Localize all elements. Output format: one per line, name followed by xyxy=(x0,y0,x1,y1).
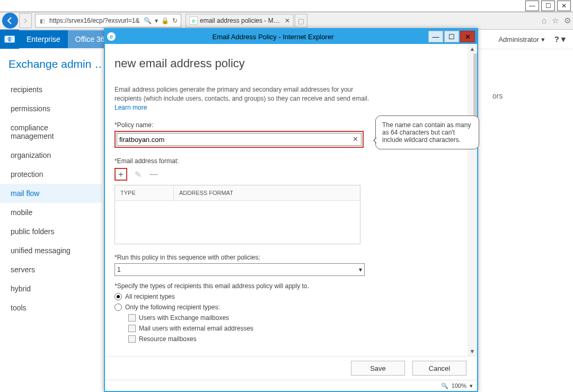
radio-icon xyxy=(114,293,122,300)
site-favicon: ◧ xyxy=(38,16,46,25)
browser-tab[interactable]: e email address policies - Mic... ✕ xyxy=(186,14,294,28)
back-button[interactable] xyxy=(2,13,18,29)
radio-all-recipients[interactable]: All recipient types xyxy=(114,293,459,300)
modal-close-button[interactable]: ✕ xyxy=(460,31,475,42)
grid-col-format: ADDRESS FORMAT xyxy=(174,185,360,200)
address-format-grid[interactable]: TYPE ADDRESS FORMAT xyxy=(114,185,360,244)
zoom-icon[interactable]: 🔍 xyxy=(441,382,448,389)
modal-scrollbar[interactable]: ▲ ▼ xyxy=(468,44,477,356)
sidebar-item-unified[interactable]: unified messaging xyxy=(0,241,102,260)
lock-icon: 🔒 xyxy=(161,17,169,24)
checkbox-icon xyxy=(128,325,136,332)
tab-favicon: e xyxy=(189,16,198,25)
browser-toolbar: ◧ https://srvex16/ecp/?exsvurl=1& 🔍 ▾ 🔒 … xyxy=(0,12,573,30)
email-format-label: *Email address format: xyxy=(114,157,459,165)
modal-heading: new email address policy xyxy=(114,57,459,70)
tools-icon[interactable]: ⚙ xyxy=(564,16,571,25)
eac-logo-icon[interactable]: 📧 xyxy=(0,30,19,49)
sidebar-item-recipients[interactable]: recipients xyxy=(0,80,102,99)
checkbox-icon xyxy=(128,335,136,343)
favorites-icon[interactable]: ☆ xyxy=(552,16,559,25)
modal-footer: Save Cancel xyxy=(105,356,477,380)
page-title: Exchange admin … xyxy=(0,58,102,80)
tab-enterprise[interactable]: Enterprise xyxy=(19,30,68,48)
zoom-chevron-icon[interactable]: ▾ xyxy=(470,382,473,389)
edit-icon[interactable]: ✎ xyxy=(133,169,143,180)
sidebar-item-organization[interactable]: organization xyxy=(0,146,102,165)
sidebar: Exchange admin … recipients permissions … xyxy=(0,49,102,392)
sidebar-item-compliance[interactable]: compliance management xyxy=(0,118,102,146)
radio-only-following[interactable]: Only the following recipient types: xyxy=(114,304,459,311)
outer-close-button[interactable]: ✕ xyxy=(557,1,571,11)
sidebar-item-tools[interactable]: tools xyxy=(0,298,102,317)
radio-icon xyxy=(114,304,122,311)
modal-title-text: Email Address Policy - Internet Explorer xyxy=(119,33,427,41)
sequence-label: *Run this policy in this sequence with o… xyxy=(114,254,459,261)
sidebar-item-publicfolders[interactable]: public folders xyxy=(0,222,102,241)
add-icon[interactable]: ＋ xyxy=(114,168,127,181)
outer-window-titlebar: — ☐ ✕ xyxy=(0,0,573,12)
ie-icon: e xyxy=(107,32,116,41)
policy-name-field-wrapper: ✕ xyxy=(114,131,364,148)
remove-icon[interactable]: — xyxy=(148,169,159,180)
outer-minimize-button[interactable]: — xyxy=(525,1,539,11)
sidebar-item-hybrid[interactable]: hybrid xyxy=(0,279,102,298)
tab-close-icon[interactable]: ✕ xyxy=(285,17,290,24)
policy-name-tooltip: The name can contain as many as 64 chara… xyxy=(375,115,479,149)
modal-maximize-button[interactable]: ☐ xyxy=(444,31,459,42)
modal-minimize-button[interactable]: — xyxy=(428,31,443,42)
url-text[interactable]: https://srvex16/ecp/?exsvurl=1& xyxy=(48,17,140,24)
save-button[interactable]: Save xyxy=(351,361,405,376)
address-bar[interactable]: ◧ https://srvex16/ecp/?exsvurl=1& 🔍 ▾ 🔒 … xyxy=(35,14,181,28)
zoom-level[interactable]: 100% xyxy=(452,382,466,389)
sidebar-item-permissions[interactable]: permissions xyxy=(0,99,102,118)
home-icon[interactable]: ⌂ xyxy=(542,16,546,25)
learn-more-link[interactable]: Learn more xyxy=(114,104,147,111)
sidebar-item-protection[interactable]: protection xyxy=(0,165,102,184)
sidebar-item-servers[interactable]: servers xyxy=(0,260,102,279)
sequence-value: 1 xyxy=(117,266,121,273)
modal-form: new email address policy Email address p… xyxy=(105,44,474,343)
search-icon[interactable]: 🔍 xyxy=(144,17,152,24)
modal-status-bar: 🔍 100% ▾ xyxy=(105,380,477,391)
check-users-exchange[interactable]: Users with Exchange mailboxes xyxy=(128,314,459,322)
forward-button[interactable] xyxy=(19,13,32,28)
scroll-up-icon[interactable]: ▲ xyxy=(468,44,477,54)
outer-maximize-button[interactable]: ☐ xyxy=(541,1,555,11)
check-resource-mailboxes[interactable]: Resource mailboxes xyxy=(128,335,459,343)
new-tab-button[interactable]: ▢ xyxy=(295,14,307,28)
policy-name-input[interactable] xyxy=(117,133,362,146)
scroll-down-icon[interactable]: ▼ xyxy=(468,346,477,356)
modal-dialog: e Email Address Policy - Internet Explor… xyxy=(104,28,478,392)
modal-description: Email address policies generate the prim… xyxy=(114,85,459,112)
chevron-down-icon: ▾ xyxy=(359,266,362,273)
sidebar-item-mailflow[interactable]: mail flow xyxy=(0,184,102,203)
clear-input-icon[interactable]: ✕ xyxy=(352,135,358,143)
help-menu[interactable]: ? ▾ xyxy=(554,34,566,44)
sequence-select[interactable]: 1 ▾ xyxy=(114,263,365,276)
checkbox-icon xyxy=(128,314,136,322)
modal-titlebar: e Email Address Policy - Internet Explor… xyxy=(105,29,477,44)
check-mail-users-external[interactable]: Mail users with external email addresses xyxy=(128,325,459,332)
tab-title: email address policies - Mic... xyxy=(200,17,280,24)
cancel-button[interactable]: Cancel xyxy=(412,361,466,376)
scroll-thumb[interactable] xyxy=(473,54,477,117)
refresh-icon[interactable]: ↻ xyxy=(172,17,178,24)
current-admin-label[interactable]: Administrator ▾ xyxy=(498,35,544,43)
sidebar-item-mobile[interactable]: mobile xyxy=(0,203,102,222)
obscured-heading-fragment: ors xyxy=(492,92,503,100)
recipients-label: *Specify the types of recipients this em… xyxy=(114,282,459,290)
grid-col-type: TYPE xyxy=(115,185,174,200)
